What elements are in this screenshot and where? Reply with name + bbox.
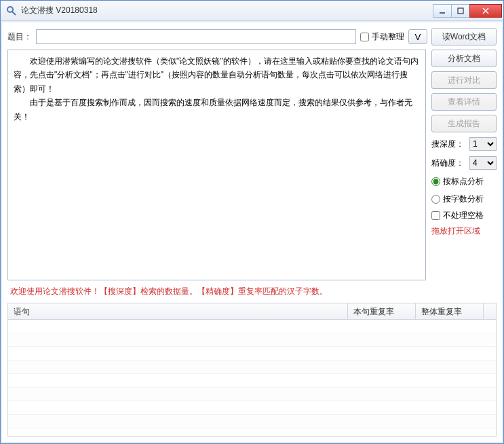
window-title: 论文潜搜 V20180318 — [21, 5, 433, 16]
svg-point-0 — [7, 7, 13, 12]
side-column: 分析文档 进行对比 查看详情 生成报告 搜深度： 1 精确度： 4 按标点分析 — [431, 50, 497, 280]
result-table: 语句 本句重复率 整体重复率 — [7, 303, 497, 437]
intro-p1: 欢迎使用潜紫编写的论文潜搜软件（类似"论文照妖镜"的软件），请在这里输入或粘贴你… — [14, 54, 420, 96]
maximize-button[interactable] — [451, 4, 470, 18]
by-punct-input[interactable] — [431, 177, 440, 186]
client-area: 题目： 手动整理 V 读Word文档 欢迎使用潜紫编写的论文潜搜软件（类似"论文… — [1, 21, 503, 443]
col-sentence-rate[interactable]: 本句重复率 — [348, 303, 416, 319]
detail-button[interactable]: 查看详情 — [431, 93, 497, 111]
no-space-checkbox[interactable]: 不处理空格 — [431, 210, 497, 221]
main-row: 欢迎使用潜紫编写的论文潜搜软件（类似"论文照妖镜"的软件），请在这里输入或粘贴你… — [7, 50, 497, 280]
app-window: 论文潜搜 V20180318 题目： 手动整理 V 读Word文档 欢迎使用潜紫… — [0, 0, 504, 444]
no-space-box[interactable] — [431, 211, 440, 220]
by-count-input[interactable] — [431, 195, 440, 204]
table-header: 语句 本句重复率 整体重复率 — [8, 303, 496, 320]
table-row[interactable] — [8, 388, 496, 401]
table-body[interactable] — [8, 320, 496, 436]
title-row: 题目： 手动整理 V 读Word文档 — [7, 28, 497, 45]
by-punct-radio[interactable]: 按标点分析 — [431, 174, 497, 188]
report-button[interactable]: 生成报告 — [431, 115, 497, 132]
manual-sort-box[interactable] — [360, 33, 369, 41]
svg-rect-3 — [458, 8, 463, 14]
read-word-button[interactable]: 读Word文档 — [431, 28, 497, 45]
depth-control: 搜深度： 1 — [431, 136, 497, 151]
v-button[interactable]: V — [408, 29, 427, 44]
table-row[interactable] — [8, 320, 496, 333]
by-punct-label: 按标点分析 — [443, 176, 484, 187]
analyze-button[interactable]: 分析文档 — [431, 50, 497, 67]
compare-button[interactable]: 进行对比 — [431, 71, 497, 89]
precision-select[interactable]: 4 — [469, 156, 497, 170]
table-row[interactable] — [8, 333, 496, 347]
precision-control: 精确度： 4 — [431, 155, 497, 170]
table-row[interactable] — [8, 401, 496, 415]
close-button[interactable] — [469, 4, 502, 18]
manual-sort-label: 手动整理 — [372, 31, 404, 43]
intro-p2: 由于是基于百度搜索制作而成，因而搜索的速度和质量依据网络速度而定，搜索的结果仅供… — [14, 96, 420, 124]
manual-sort-checkbox[interactable]: 手动整理 — [360, 31, 404, 43]
col-total-rate[interactable]: 整体重复率 — [416, 303, 484, 319]
drag-zone-label[interactable]: 拖放打开区域 — [431, 225, 497, 237]
app-icon — [6, 5, 17, 16]
window-buttons — [433, 4, 502, 18]
col-sentence[interactable]: 语句 — [8, 303, 348, 319]
table-row[interactable] — [8, 374, 496, 388]
table-row[interactable] — [8, 360, 496, 374]
table-row[interactable] — [8, 347, 496, 360]
no-space-label: 不处理空格 — [443, 210, 484, 221]
titlebar[interactable]: 论文潜搜 V20180318 — [1, 1, 503, 21]
minimize-button[interactable] — [433, 4, 452, 18]
content-textarea[interactable]: 欢迎使用潜紫编写的论文潜搜软件（类似"论文照妖镜"的软件），请在这里输入或粘贴你… — [7, 50, 426, 280]
depth-label: 搜深度： — [431, 138, 464, 150]
precision-label: 精确度： — [431, 158, 464, 169]
title-label: 题目： — [7, 31, 32, 43]
title-input[interactable] — [36, 29, 356, 44]
depth-select[interactable]: 1 — [469, 137, 497, 151]
by-count-radio[interactable]: 按字数分析 — [431, 192, 497, 206]
table-row[interactable] — [8, 415, 496, 428]
hint-text: 欢迎使用论文潜搜软件！【搜深度】检索的数据量。【精确度】重复率匹配的汉子字数。 — [7, 284, 497, 299]
by-count-label: 按字数分析 — [443, 193, 484, 205]
svg-line-1 — [12, 12, 16, 15]
col-scroll-gap — [484, 303, 496, 319]
